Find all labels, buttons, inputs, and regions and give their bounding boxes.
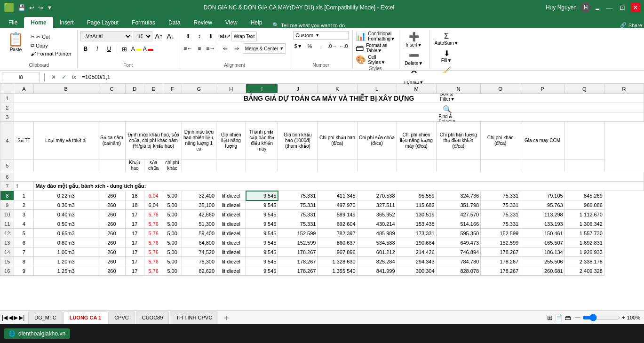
sheet-tab-cpvc[interactable]: CPVC — [108, 311, 135, 324]
r8-d[interactable]: 18 — [125, 191, 144, 200]
r5-l[interactable] — [357, 160, 397, 172]
r13-i[interactable]: 9.545 — [246, 238, 278, 247]
r14-c[interactable]: 260 — [98, 247, 126, 257]
col-header-j[interactable]: J — [278, 84, 318, 94]
r16-n[interactable]: 828.078 — [436, 266, 481, 276]
border-button[interactable]: ⊞ — [119, 44, 130, 54]
r16-f[interactable]: 5,00 — [163, 266, 182, 276]
r9-e[interactable]: 6,04 — [144, 200, 163, 210]
r13-l[interactable]: 534.588 — [357, 238, 397, 247]
r12-i[interactable]: 9.545 — [246, 229, 278, 238]
header-gia-ca-may[interactable]: Gia ca may CCM — [520, 122, 565, 160]
r8-g[interactable]: 32,400 — [182, 191, 216, 200]
header-so-ca[interactable]: Số ca năm (ca/năm) — [98, 122, 126, 160]
section-header-may-dao[interactable]: Máy đào một gầu, bánh xích - dung tích g… — [34, 182, 644, 191]
col-header-q[interactable]: Q — [564, 84, 604, 94]
header-khau-hao[interactable]: Khấu hao — [125, 160, 144, 172]
r8-n[interactable]: 324.736 — [436, 191, 481, 200]
ribbon-minimize-icon[interactable]: 🗕 — [595, 4, 601, 11]
r5-q[interactable] — [564, 160, 604, 172]
col-header-o[interactable]: O — [481, 84, 520, 94]
r9-f[interactable]: 5,00 — [163, 200, 182, 210]
header-gia-tinh[interactable]: Gia tinh khấu hao (1000đ) (tham khảo) — [278, 122, 318, 160]
r9-j[interactable]: 75.331 — [278, 200, 318, 210]
r11-a[interactable]: 4 — [14, 219, 34, 229]
r16-l[interactable]: 841.999 — [357, 266, 397, 276]
r10-h[interactable]: lit diezel — [216, 210, 246, 219]
r13-c[interactable]: 260 — [98, 238, 126, 247]
font-name-select[interactable]: .VnArial — [80, 31, 132, 41]
col-header-a[interactable]: A — [14, 84, 34, 94]
taskbar-app-item[interactable]: 🌐 dienthoaigiakho.vn — [4, 328, 70, 339]
r10-f[interactable]: 5,00 — [163, 210, 182, 219]
r5-i[interactable] — [246, 160, 278, 172]
r13-b[interactable]: 0.80m3 — [34, 238, 98, 247]
r9-p[interactable]: 95.763 — [520, 200, 565, 210]
r16-q[interactable]: 2.409.328 — [564, 266, 604, 276]
r12-g[interactable]: 59,400 — [182, 229, 216, 238]
align-center-btn[interactable]: ≡ — [194, 43, 205, 54]
tab-formulas[interactable]: Formulas — [125, 17, 162, 28]
r5-h[interactable] — [216, 160, 246, 172]
r5-b[interactable] — [34, 160, 98, 172]
format-as-table-btn[interactable]: 🗃 Format asTable▼ — [356, 43, 387, 53]
font-increase-btn[interactable]: A↑ — [154, 31, 164, 41]
increase-indent-btn[interactable]: ⇒ — [231, 43, 242, 54]
r13-n[interactable]: 649.473 — [436, 238, 481, 247]
accounting-btn[interactable]: $▼ — [293, 41, 303, 51]
header-gia-nhien-lieu[interactable]: Giá nhiên liệu-năng lượng — [216, 122, 246, 160]
r16-i[interactable]: 9.545 — [246, 266, 278, 276]
number-format-select[interactable]: Custom ▼ — [293, 31, 349, 40]
r12-c[interactable]: 260 — [98, 229, 126, 238]
r5-a[interactable] — [14, 160, 34, 172]
sheet-tab-th-tinh[interactable]: TH TINH CPVC — [170, 311, 218, 324]
zoom-out-btn[interactable]: — — [575, 314, 580, 321]
r11-l[interactable]: 430.214 — [357, 219, 397, 229]
tab-review[interactable]: Review — [187, 17, 218, 28]
align-middle-btn[interactable]: ↕ — [194, 31, 205, 41]
r13-e[interactable]: 5,76 — [144, 238, 163, 247]
scrollable-area[interactable]: A B C D E F G H I J K L M N O P Q — [0, 84, 644, 310]
col-header-l[interactable]: L — [357, 84, 397, 94]
align-right-btn[interactable]: ≡→ — [206, 43, 216, 54]
r16-p[interactable]: 260.681 — [520, 266, 565, 276]
col-header-p[interactable]: P — [520, 84, 565, 94]
cell-styles-btn[interactable]: 🎨 CellStyles▼ — [356, 55, 385, 65]
r16-g[interactable]: 82,620 — [182, 266, 216, 276]
increase-decimal-btn[interactable]: .0→ — [327, 41, 337, 51]
r11-f[interactable]: 5,00 — [163, 219, 182, 229]
r11-g[interactable]: 51,300 — [182, 219, 216, 229]
header-tieu-hao[interactable]: Định mức tiêu hao nhiên liệu, năng lượng… — [182, 122, 216, 160]
font-size-select[interactable]: 10 — [134, 31, 152, 41]
r5-c[interactable] — [98, 160, 126, 172]
quick-access-undo[interactable]: ↩ — [29, 4, 34, 11]
quick-access-more[interactable]: ▼ — [47, 5, 52, 10]
col-header-n[interactable]: N — [436, 84, 481, 94]
r10-j[interactable]: 75.331 — [278, 210, 318, 219]
sheet-tab-luong-ca[interactable]: LUONG CA 1 — [64, 311, 107, 324]
r11-i[interactable]: 9.545 — [246, 219, 278, 229]
r14-p[interactable]: 186.134 — [520, 247, 565, 257]
wrap-text-button[interactable]: Wrap Text — [231, 31, 257, 41]
r14-o[interactable]: 178.267 — [481, 247, 520, 257]
r8-b[interactable]: 0.22m3 — [34, 191, 98, 200]
quick-access-redo[interactable]: ↪ — [38, 4, 43, 11]
r9-a[interactable]: 2 — [14, 200, 34, 210]
col-header-b[interactable]: B — [34, 84, 98, 94]
header-chi-phi-luong[interactable]: Chi phí tiền lương thợ điều khiển (đ/ca) — [436, 122, 481, 160]
r8-o[interactable]: 75.331 — [481, 191, 520, 200]
italic-button[interactable]: I — [92, 44, 103, 54]
r15-h[interactable]: lit diezel — [216, 257, 246, 266]
r16-d[interactable]: 17 — [125, 266, 144, 276]
tell-me-bar[interactable]: 🔍 Tell me what you want to do — [272, 22, 345, 28]
r12-m[interactable]: 173.331 — [397, 229, 436, 238]
r15-b[interactable]: 1.20m3 — [34, 257, 98, 266]
row-3-cell[interactable] — [14, 112, 644, 122]
r12-l[interactable]: 485.989 — [357, 229, 397, 238]
r15-e[interactable]: 5,76 — [144, 257, 163, 266]
share-btn[interactable]: 🔗 Share — [620, 22, 642, 28]
r9-b[interactable]: 0.30m3 — [34, 200, 98, 210]
font-decrease-btn[interactable]: A↓ — [166, 31, 176, 41]
sheet-nav-next[interactable]: ▶ — [14, 314, 18, 321]
r8-j[interactable]: 75.331 — [278, 191, 318, 200]
